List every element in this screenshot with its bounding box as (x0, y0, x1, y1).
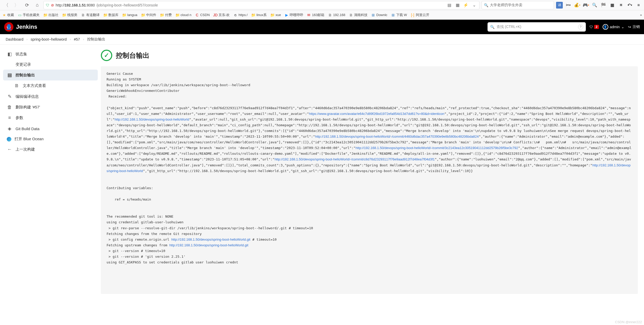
console-link[interactable]: http://192.168.1.50/devops/spring-boot-h… (169, 243, 248, 247)
apps-icon[interactable]: ▦ (609, 2, 616, 9)
bookmark-label: 付费 (165, 13, 172, 17)
sidebar-item[interactable]: ▤控制台输出 (3, 70, 98, 80)
home-button[interactable]: ⌂ (33, 1, 41, 9)
console-link[interactable]: http://192.168.1.50/devops/spring-boot-h… (107, 163, 631, 173)
bookmark-label: 京东-欢 (219, 13, 230, 17)
crumb-item[interactable]: spring-boot--helloword (31, 37, 67, 41)
sidebar-label: 上一次构建 (16, 147, 35, 152)
crumb-item[interactable]: #57 (74, 37, 80, 41)
sidebar-item[interactable]: 🗎文本方式查看 (3, 80, 98, 91)
console-link[interactable]: http://192.168.1.50/devops/spring-boot-h… (171, 238, 250, 241)
browser-search[interactable]: 🔍 大学老师扔学生外卖 (482, 1, 554, 9)
bookmark-label: langua (127, 13, 137, 17)
logout-label: 注销 (633, 25, 640, 29)
bookmark-icon: JD (213, 13, 218, 17)
bookmark-item[interactable]: ⊞Downlc (371, 13, 387, 17)
reader-icon[interactable]: ▤ (446, 2, 452, 8)
search-placeholder: 大学老师扔学生外卖 (490, 3, 522, 8)
bookmark-item[interactable]: 📁langua (122, 13, 137, 17)
alert-count: 2 (594, 25, 599, 29)
back-button[interactable]: 〈 (2, 1, 10, 9)
user-menu[interactable]: 👤 admin ⌄ (603, 24, 624, 30)
address-bar[interactable]: 🛡 ⊘ http://192.168.1.51:8080/job/spring-… (43, 1, 480, 9)
sidebar-label: Git Build Data (16, 127, 40, 131)
bookmark-item[interactable]: 📁linux系 (251, 13, 267, 17)
bookmark-item[interactable]: ✉163邮箱 (307, 13, 324, 17)
console-link[interactable]: http://192.168.1.50/devops/spring-boot-h… (356, 146, 518, 150)
chevron-right-icon: › (83, 38, 84, 41)
bookmarks-bar: ★收藏▭手机收藏夹📁出版社📁线报类🗎有道翻译📁数据库📁langua📁中间件📁付费… (0, 10, 644, 20)
jenkins-search[interactable]: 🔍 查找 (CTRL+K) ? (488, 22, 586, 32)
console-link[interactable]: http://192.168.1.50/devops/spring-boot-h… (275, 157, 435, 161)
bookmark-item[interactable]: ▭手机收藏夹 (18, 13, 40, 17)
sidebar-item[interactable]: 🗑删除构建 '#57' (3, 102, 98, 113)
console-output[interactable]: Generic Cause Running as SYSTEM Building… (101, 66, 638, 294)
dropdown-icon[interactable]: ⌄ (471, 2, 477, 8)
crumb-item[interactable]: 控制台输出 (87, 37, 105, 42)
sidebar-item[interactable]: ✎编辑编译信息 (3, 91, 98, 102)
bookmark-icon: 📁 (62, 13, 66, 17)
bookmark-item[interactable]: 📁数据库 (103, 13, 118, 17)
undo-icon[interactable]: ↶▾ (626, 2, 633, 9)
sidebar-item[interactable]: ←上一次构建 (3, 144, 98, 155)
bookmark-item[interactable]: ⊞下载 W (391, 13, 407, 17)
sidebar-item[interactable]: 打开 Blue Ocean (3, 134, 98, 144)
sidebar: ◧状态集变更记录▤控制台输出🗎文本方式查看✎编辑编译信息🗑删除构建 '#57'≡… (0, 45, 101, 325)
bookmark-item[interactable]: 📁中间件 (141, 13, 156, 17)
bookmark-item[interactable]: ▶哔哩哔哔 (284, 13, 303, 17)
magnify-icon[interactable]: 🔍 (591, 2, 598, 9)
bookmarks-overflow[interactable]: » (640, 13, 642, 17)
bookmark-item[interactable]: ⎋https:/ (233, 13, 248, 17)
bookmark-label: 数据库 (108, 13, 118, 17)
help-icon[interactable]: ? (578, 24, 583, 29)
jenkins-logo[interactable]: 👤 Jenkins (4, 22, 37, 32)
bookmark-item[interactable]: 📁线报类 (62, 13, 77, 17)
bookmark-item[interactable]: CCSDN (195, 13, 210, 17)
console-link[interactable]: http://192.168.1.50/devops/spring-boot-h… (315, 135, 479, 138)
gamepad-icon[interactable]: 🎮▾ (582, 2, 589, 9)
qr-icon[interactable]: ▦ (454, 2, 461, 8)
bookmark-item[interactable]: 🗎湖南科技 (349, 13, 368, 17)
bookmark-item[interactable]: JD京东-欢 (213, 13, 230, 17)
success-icon: ✓ (101, 50, 112, 61)
translate-icon[interactable]: 译 (556, 2, 563, 9)
sidebar-label: 文本方式查看 (23, 83, 46, 88)
sidebar-item[interactable]: ≡参数 (3, 113, 98, 123)
bookmark-icon: ✉ (307, 13, 311, 17)
console-link[interactable]: https://www.gravatar.com/avatar/e64c7d89… (309, 112, 444, 116)
bookmark-item[interactable]: 📁出版社 (43, 13, 58, 17)
flag-icon[interactable]: 🏁 (600, 2, 607, 9)
alerts-badge[interactable]: 🛡 2 (589, 25, 599, 29)
bookmark-item[interactable]: ★收藏 (2, 13, 14, 17)
breadcrumb: Dashboard›spring-boot--helloword›#57›控制台… (0, 34, 644, 45)
menu-icon[interactable]: ≡ (635, 2, 642, 9)
bookmark-label: 哔哩哔哔 (290, 13, 303, 17)
bookmark-item[interactable]: 📁xue (270, 13, 281, 17)
flash-icon[interactable]: ⚡ (463, 2, 469, 8)
crumb-item[interactable]: Dashboard (6, 37, 24, 41)
sidebar-item[interactable]: ◈Git Build Data (3, 123, 98, 134)
bookmark-item[interactable]: [-]阿里云开 (411, 13, 429, 17)
sidebar-icon: ← (7, 147, 12, 152)
bookmark-label: 出版社 (48, 13, 58, 17)
bookmark-icon: 🗎 (81, 13, 85, 17)
bookmark-icon: 📁 (251, 13, 256, 17)
bookmark-item[interactable]: 📁付费 (160, 13, 172, 17)
bookmark-icon: ⊞ (371, 13, 375, 17)
sidebar-item[interactable]: ◧状态集 (3, 49, 98, 60)
wallet-icon[interactable]: 💰▾ (574, 2, 580, 9)
bookmark-label: 192.168 (333, 13, 345, 17)
scissors-icon[interactable]: ✂▾ (565, 2, 572, 9)
forward-button[interactable]: 〉 (12, 1, 21, 9)
sun-icon[interactable]: ☀ (618, 2, 624, 9)
bookmark-icon: 🗎 (349, 13, 353, 17)
sidebar-icon: 🗑 (7, 105, 12, 110)
bookmark-item[interactable]: 📁cloud n (175, 13, 191, 17)
console-link[interactable]: http://192.168.1.50/devops/spring-boot-h… (115, 117, 189, 121)
sidebar-item[interactable]: 变更记录 (3, 60, 98, 70)
reload-button[interactable]: ⟳ (23, 1, 31, 9)
bookmark-item[interactable]: 🗎192.168 (328, 13, 345, 17)
jenkins-header: 👤 Jenkins 🔍 查找 (CTRL+K) ? 🛡 2 👤 admin ⌄ … (0, 20, 644, 34)
logout-button[interactable]: ↪ 注销 (628, 25, 640, 29)
bookmark-item[interactable]: 🗎有道翻译 (81, 13, 100, 17)
